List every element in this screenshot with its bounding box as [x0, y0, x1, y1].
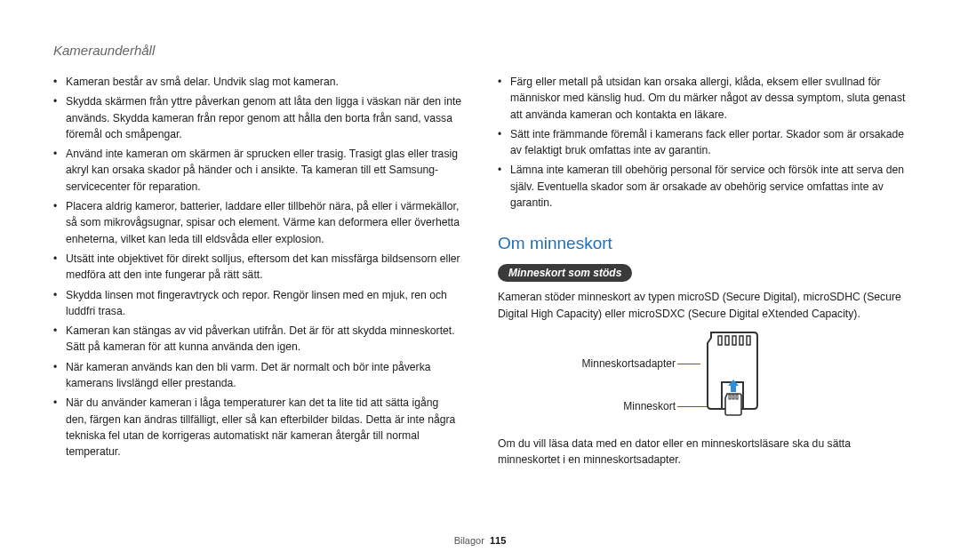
bullet-item: Kameran består av små delar. Undvik slag…	[53, 74, 462, 90]
svg-rect-2	[732, 336, 736, 345]
bullet-item: Sätt inte främmande föremål i kamerans f…	[498, 126, 907, 159]
svg-rect-3	[740, 336, 743, 345]
memory-card-diagram: Minneskortsadapter Minneskort	[569, 331, 836, 428]
leader-line	[677, 364, 700, 364]
page-number: 115	[490, 535, 506, 546]
bullet-item: Skydda skärmen från yttre påverkan genom…	[53, 93, 462, 142]
arrow-up-icon	[728, 380, 739, 392]
svg-rect-8	[736, 395, 738, 399]
bullet-item: Lämna inte kameran till obehörig persona…	[498, 162, 907, 211]
left-bullet-list: Kameran består av små delar. Undvik slag…	[53, 74, 462, 460]
bullet-item: Använd inte kameran om skärmen är spruck…	[53, 146, 462, 195]
page-footer: Bilagor 115	[0, 535, 960, 546]
micro-sd-icon	[724, 393, 742, 416]
card-label: Minneskort	[569, 400, 676, 412]
subsection-pill: Minneskort som stöds	[498, 264, 632, 282]
page-header: Kameraunderhåll	[53, 43, 907, 58]
bullet-item: Skydda linsen mot fingeravtryck och repo…	[53, 287, 462, 320]
bullet-item: Kameran kan stängas av vid påverkan utif…	[53, 323, 462, 356]
svg-rect-6	[729, 395, 731, 399]
svg-rect-1	[725, 336, 729, 345]
bullet-item: Utsätt inte objektivet för direkt sollju…	[53, 251, 462, 284]
right-bullet-list: Färg eller metall på utsidan kan orsaka …	[498, 74, 907, 211]
intro-paragraph: Kameran stöder minneskort av typen micro…	[498, 289, 907, 322]
bullet-item: När du använder kameran i låga temperatu…	[53, 395, 462, 460]
outro-paragraph: Om du vill läsa data med en dator eller …	[498, 436, 907, 468]
right-column: Färg eller metall på utsidan kan orsaka …	[498, 74, 907, 477]
section-heading: Om minneskort	[498, 234, 907, 253]
svg-rect-4	[747, 336, 750, 345]
svg-rect-7	[732, 395, 734, 399]
adapter-label: Minneskortsadapter	[569, 357, 676, 370]
footer-section: Bilagor	[454, 535, 484, 546]
bullet-item: Placera aldrig kameror, batterier, ladda…	[53, 198, 462, 247]
content-columns: Kameran består av små delar. Undvik slag…	[53, 74, 907, 477]
svg-rect-0	[718, 336, 722, 345]
bullet-item: Färg eller metall på utsidan kan orsaka …	[498, 74, 907, 123]
left-column: Kameran består av små delar. Undvik slag…	[53, 74, 462, 477]
bullet-item: När kameran används kan den bli varm. De…	[53, 359, 462, 392]
